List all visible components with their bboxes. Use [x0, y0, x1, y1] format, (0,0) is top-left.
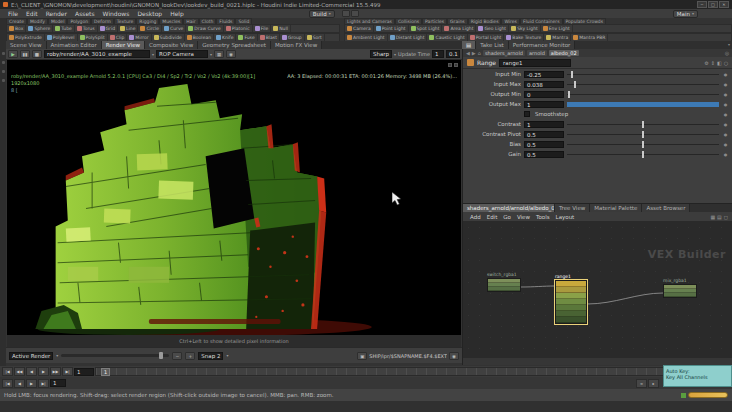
pane-tab[interactable]: Composite View	[145, 41, 198, 49]
shelf-tool[interactable]: Null	[271, 25, 291, 32]
network-menu-item[interactable]: View	[514, 214, 533, 220]
grid-icon[interactable]: ▦	[710, 214, 715, 220]
chevron-down-icon[interactable]: ▾	[726, 41, 732, 49]
pane-tab[interactable]: Animation Editor	[47, 41, 102, 49]
network-node[interactable]: range1	[555, 274, 587, 324]
shelf-tool[interactable]: Env Light	[541, 25, 573, 32]
shelf-tool[interactable]: Grid	[98, 25, 118, 32]
help-icon[interactable]	[351, 10, 359, 17]
camera-snapshot-icon[interactable]: ◉	[449, 352, 459, 360]
network-menu-item[interactable]: Add	[467, 214, 484, 220]
shelf-tool[interactable]: Caustic Light	[427, 34, 467, 41]
shelf-tool[interactable]: Platonic	[224, 25, 253, 32]
step-icon[interactable]: ▸	[648, 379, 659, 388]
flag-icon[interactable]: ○	[724, 60, 728, 66]
take-selector[interactable]: Main▾	[673, 10, 698, 18]
shelf-tool[interactable]: Curve	[162, 25, 186, 32]
param-slider[interactable]	[567, 101, 719, 108]
param-slider[interactable]	[567, 151, 719, 158]
menu-item[interactable]: Help	[166, 10, 188, 17]
param-menu-dot[interactable]: ●	[722, 122, 729, 127]
back-icon[interactable]: ◀	[466, 50, 470, 56]
transport-button[interactable]: ▶	[26, 379, 37, 388]
shelf-tool[interactable]: Box	[7, 25, 26, 32]
desktop-selector[interactable]: Build▾	[309, 10, 335, 18]
toolbar-dot-icon[interactable]	[2, 79, 5, 82]
shelf-tool[interactable]: Distant Light	[388, 34, 428, 41]
network-menu-item[interactable]: Go	[500, 214, 514, 220]
list-icon[interactable]: ▤	[717, 214, 722, 220]
transport-button[interactable]: ▶	[38, 367, 49, 376]
menu-item[interactable]: Desktop	[133, 10, 166, 17]
snapshot-slider[interactable]	[61, 354, 169, 357]
param-slider[interactable]	[567, 91, 719, 98]
param-slider[interactable]	[567, 121, 719, 128]
menu-item[interactable]: File	[4, 10, 22, 17]
render-pause-button[interactable]: ▮▮	[20, 50, 30, 58]
playhead-marker[interactable]: 1	[101, 368, 110, 376]
network-menu-item[interactable]: Tools	[533, 214, 553, 220]
menu-item[interactable]: Windows	[99, 10, 134, 17]
render-start-button[interactable]: ▶	[8, 50, 18, 58]
toolbar-dot-icon[interactable]	[2, 70, 5, 73]
shelf-tool[interactable]: Sort	[305, 34, 325, 41]
param-menu-dot[interactable]: ●	[722, 72, 729, 77]
snapshot-selector[interactable]: Snap 2	[198, 352, 223, 360]
param-value-field[interactable]: 0.038	[524, 81, 564, 88]
param-value-field[interactable]: 1	[524, 121, 564, 128]
snapshot-icon[interactable]: ◉	[226, 50, 236, 58]
camera-selector[interactable]: ROP Camera	[156, 50, 208, 58]
range-start-field[interactable]: 1	[50, 379, 66, 387]
tab-parameters[interactable]: ▤	[462, 41, 476, 49]
network-node[interactable]: mix_rgba1	[663, 278, 697, 298]
shelf-tool[interactable]: Knife	[214, 34, 236, 41]
node-name-field[interactable]: range1	[499, 59, 571, 67]
network-canvas[interactable]: VEX Builder switch_rgba1range1mix_rgba1	[463, 222, 732, 358]
pane-tab[interactable]: Scene View	[6, 41, 47, 49]
save-disk-icon[interactable]: ▣	[357, 352, 367, 360]
param-value-field[interactable]: 0.5	[524, 151, 564, 158]
menu-item[interactable]: Assets	[71, 10, 99, 17]
breadcrumb[interactable]: shaders_arnold	[483, 50, 525, 56]
breadcrumb[interactable]: albedo_02	[549, 50, 579, 56]
shelf-tool[interactable]: Tube	[53, 25, 75, 32]
overview-icon[interactable]: ◻	[724, 214, 728, 220]
transport-button[interactable]: |◀	[2, 379, 13, 388]
transport-button[interactable]: ▶|	[62, 367, 73, 376]
shelf-tool[interactable]: Clip	[108, 34, 128, 41]
filter-mode-selector[interactable]: Sharp	[370, 50, 392, 58]
shelf-tool[interactable]: Fuse	[236, 34, 257, 41]
param-value-field[interactable]: 0.5	[524, 141, 564, 148]
shelf-tool[interactable]: PolySplit	[78, 34, 108, 41]
shelf-tool[interactable]: Sky Light	[509, 25, 541, 32]
shelf-tool[interactable]: Spot Light	[409, 25, 443, 32]
active-render-selector[interactable]: Active Render	[9, 352, 53, 360]
shelf-tool[interactable]: Camera	[345, 25, 374, 32]
gear-icon[interactable]: ⚙	[704, 60, 708, 66]
shelf-tool[interactable]: Mantra PBR	[571, 34, 608, 41]
shelf-tool[interactable]: PolyExtrude	[7, 34, 45, 41]
shelf-tool[interactable]: Ambient Light	[345, 34, 388, 41]
param-value-field[interactable]: 0	[524, 91, 564, 98]
network-node[interactable]: switch_rgba1	[487, 272, 521, 292]
shelf-tool[interactable]: Circle	[138, 25, 162, 32]
transport-button[interactable]: ◀◀	[14, 367, 25, 376]
shelf-tool[interactable]: Mirror	[127, 34, 151, 41]
param-slider[interactable]	[567, 71, 719, 78]
shelf-tool[interactable]: File	[253, 25, 272, 32]
pane-tab[interactable]: Render View	[102, 41, 145, 49]
delay-field[interactable]: 0.1	[446, 50, 460, 58]
toolbar-dot-icon[interactable]	[2, 52, 5, 55]
network-menu-item[interactable]: Edit	[484, 214, 501, 220]
plus-button[interactable]: +	[185, 352, 195, 360]
pane-tab[interactable]: Asset Browser	[642, 204, 690, 212]
forward-icon[interactable]: ▶	[472, 50, 476, 56]
pane-tab[interactable]: shaders_arnold/arnold/albedo_02	[463, 204, 555, 212]
shelf-tool[interactable]: Blast	[258, 34, 280, 41]
menu-item[interactable]: Render	[42, 10, 71, 17]
current-frame-field[interactable]: 1	[74, 368, 94, 376]
update-time-field[interactable]: 1	[432, 50, 444, 58]
param-menu-dot[interactable]: ●	[722, 142, 729, 147]
transport-button[interactable]: |◀	[2, 367, 13, 376]
shelf-tool[interactable]: PolyBevel	[45, 34, 78, 41]
